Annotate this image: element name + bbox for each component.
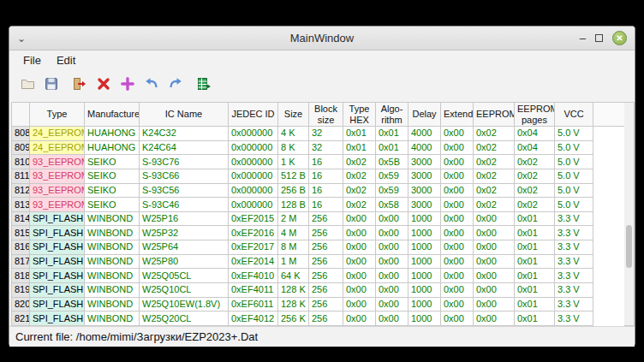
export-button[interactable] (194, 74, 213, 94)
data-cell[interactable]: WINBOND (85, 269, 140, 283)
data-cell[interactable]: HUAHONG (85, 140, 140, 155)
data-cell[interactable]: SEIKO (85, 155, 140, 169)
data-cell[interactable]: 8 K (278, 140, 309, 155)
vscrollbar-thumb[interactable] (626, 225, 632, 268)
row-number-cell[interactable]: 811 (12, 169, 30, 183)
data-cell[interactable]: 0x01 (515, 240, 555, 255)
data-cell[interactable]: 0x02 (515, 155, 555, 169)
data-cell[interactable]: S-93C56 (140, 183, 229, 198)
data-cell[interactable]: 0x04 (515, 127, 555, 141)
data-cell[interactable]: 1000 (408, 211, 441, 226)
row-number-cell[interactable]: 809 (12, 140, 30, 155)
data-cell[interactable]: 0x00 (441, 283, 474, 298)
data-cell[interactable]: K24C64 (140, 140, 229, 155)
data-cell[interactable]: 0x00 (474, 297, 515, 312)
data-cell[interactable]: 0x02 (343, 155, 376, 169)
titlebar[interactable]: ⌄ MainWindow – ✕ (9, 27, 635, 50)
data-cell[interactable]: 32 (309, 140, 343, 155)
data-cell[interactable]: 0x02 (343, 198, 376, 212)
data-cell[interactable]: 32 (309, 127, 343, 141)
table-row[interactable]: 820SPI_FLASHWINBONDW25Q10EW(1.8V)0xEF601… (12, 297, 625, 312)
data-cell[interactable]: 1 K (278, 155, 309, 169)
redo-button[interactable] (166, 74, 185, 94)
data-cell[interactable]: 0x00 (474, 283, 515, 298)
data-cell[interactable]: 0x00 (441, 155, 474, 169)
undo-button[interactable] (142, 74, 161, 94)
data-cell[interactable]: 5.0 V (555, 140, 593, 155)
data-cell[interactable]: 0x00 (441, 269, 474, 283)
type-cell[interactable]: SPI_FLASH (30, 211, 85, 226)
type-cell[interactable]: SPI_FLASH (30, 240, 85, 255)
data-cell[interactable]: 0x00 (376, 283, 408, 298)
data-cell[interactable]: 0x01 (343, 140, 376, 155)
data-cell[interactable]: 0x00 (441, 169, 474, 183)
data-cell[interactable]: 0x00 (441, 198, 474, 212)
data-cell[interactable]: 0x02 (474, 183, 515, 198)
table-vscrollbar[interactable] (624, 102, 635, 326)
data-cell[interactable]: 0x00 (376, 254, 408, 269)
data-cell[interactable]: 16 (309, 198, 343, 212)
data-cell[interactable]: 16 (309, 155, 343, 169)
data-cell[interactable]: WINBOND (85, 283, 140, 298)
data-cell[interactable]: 0x02 (474, 140, 515, 155)
data-cell[interactable]: 3.3 V (555, 269, 593, 283)
data-cell[interactable]: 0x00 (474, 211, 515, 226)
data-cell[interactable]: 0xEF2014 (229, 254, 278, 269)
type-cell[interactable]: SPI_FLASH (30, 254, 85, 269)
data-cell[interactable]: 1000 (408, 269, 441, 283)
data-cell[interactable]: 3.3 V (555, 211, 593, 226)
data-cell[interactable]: 0x00 (376, 297, 408, 312)
data-cell[interactable]: 3.3 V (555, 240, 593, 255)
table-row[interactable]: 815SPI_FLASHWINBONDW25P320xEF20164 M2560… (12, 226, 625, 240)
row-number-cell[interactable]: 812 (12, 183, 30, 198)
type-cell[interactable]: SPI_FLASH (30, 283, 85, 298)
data-cell[interactable]: 0x01 (376, 140, 408, 155)
row-number-cell[interactable]: 815 (12, 226, 30, 240)
data-cell[interactable]: 0x01 (515, 297, 555, 312)
data-cell[interactable]: 4 K (278, 127, 309, 141)
data-cell[interactable]: 0xEF2017 (229, 240, 278, 255)
data-cell[interactable]: 128 B (278, 198, 309, 212)
data-cell[interactable]: W25P80 (140, 254, 229, 269)
minimize-button[interactable]: – (580, 35, 586, 42)
row-number-cell[interactable]: 820 (12, 297, 30, 312)
data-cell[interactable]: 256 (309, 269, 343, 283)
type-cell[interactable]: SPI_FLASH (30, 226, 85, 240)
data-cell[interactable]: 0xEF6011 (229, 297, 278, 312)
row-number-cell[interactable]: 808 (12, 127, 30, 141)
data-cell[interactable]: 0x02 (515, 198, 555, 212)
data-cell[interactable]: 256 K (278, 312, 309, 326)
type-cell[interactable]: 24_EEPROM (30, 127, 85, 141)
data-cell[interactable]: 0x00 (441, 211, 474, 226)
data-cell[interactable]: 0x02 (474, 198, 515, 212)
data-cell[interactable]: 256 (309, 254, 343, 269)
data-cell[interactable]: 0x000000 (229, 140, 278, 155)
data-cell[interactable]: SEIKO (85, 198, 140, 212)
data-cell[interactable]: 3000 (408, 155, 441, 169)
data-cell[interactable]: WINBOND (85, 297, 140, 312)
data-cell[interactable]: HUAHONG (85, 127, 140, 141)
data-cell[interactable]: 0x01 (515, 254, 555, 269)
data-cell[interactable]: WINBOND (85, 312, 140, 326)
table-row[interactable]: 80824_EEPROMHUAHONGK24C320x0000004 K320x… (12, 127, 625, 141)
row-number-cell[interactable]: 819 (12, 283, 30, 298)
data-cell[interactable]: W25Q10EW(1.8V) (140, 297, 229, 312)
row-number-cell[interactable]: 818 (12, 269, 30, 283)
data-cell[interactable]: 3000 (408, 169, 441, 183)
data-cell[interactable]: 256 (309, 226, 343, 240)
data-cell[interactable]: 5.0 V (555, 198, 593, 212)
data-cell[interactable]: 0x01 (343, 127, 376, 141)
data-cell[interactable]: WINBOND (85, 226, 140, 240)
table-row[interactable]: 80924_EEPROMHUAHONGK24C640x0000008 K320x… (12, 140, 625, 155)
data-cell[interactable]: 0x02 (515, 183, 555, 198)
data-cell[interactable]: 1000 (408, 226, 441, 240)
data-cell[interactable]: 1000 (408, 297, 441, 312)
type-cell[interactable]: 24_EEPROM (30, 140, 85, 155)
type-cell[interactable]: SPI_FLASH (30, 269, 85, 283)
data-cell[interactable]: W25P64 (140, 240, 229, 255)
data-cell[interactable]: 0xEF2016 (229, 226, 278, 240)
data-cell[interactable]: 0x02 (343, 183, 376, 198)
data-cell[interactable]: 256 (309, 211, 343, 226)
data-cell[interactable]: 16 (309, 183, 343, 198)
data-cell[interactable]: 0x00 (376, 269, 408, 283)
